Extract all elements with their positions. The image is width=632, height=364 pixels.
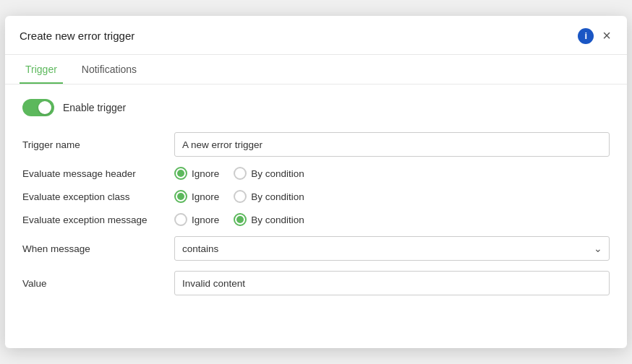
- dialog-title: Create new error trigger: [20, 30, 134, 42]
- evaluate-message-header-row: Evaluate message header Ignore By condit…: [22, 167, 610, 180]
- value-control: [174, 271, 610, 295]
- evaluate-message-header-control: Ignore By condition: [174, 167, 610, 180]
- evaluate-message-header-label: Evaluate message header: [22, 168, 174, 179]
- when-message-control: contains does not contain equals starts …: [174, 236, 610, 261]
- tab-notifications[interactable]: Notifications: [76, 55, 142, 84]
- value-label: Value: [22, 278, 174, 289]
- radio-bycondition-message[interactable]: By condition: [234, 213, 304, 226]
- when-message-select-wrapper: contains does not contain equals starts …: [174, 236, 610, 261]
- toggle-track: [22, 99, 54, 116]
- trigger-name-label: Trigger name: [22, 139, 174, 150]
- radio-bycondition-class-circle: [234, 190, 247, 203]
- tab-trigger[interactable]: Trigger: [20, 55, 63, 84]
- evaluate-exception-class-row: Evaluate exception class Ignore By condi…: [22, 190, 610, 203]
- radio-ignore-header[interactable]: Ignore: [174, 167, 219, 180]
- header-icons: i ×: [578, 26, 612, 46]
- evaluate-exception-class-label: Evaluate exception class: [22, 191, 174, 202]
- radio-ignore-class-circle: [174, 190, 187, 203]
- radio-bycondition-header[interactable]: By condition: [234, 167, 304, 180]
- radio-bycondition-message-circle: [234, 213, 247, 226]
- close-button[interactable]: ×: [601, 26, 612, 46]
- evaluate-exception-message-control: Ignore By condition: [174, 213, 610, 226]
- when-message-label: When message: [22, 243, 174, 254]
- evaluate-exception-message-row: Evaluate exception message Ignore By con…: [22, 213, 610, 226]
- radio-ignore-message-circle: [174, 213, 187, 226]
- toggle-thumb: [38, 101, 51, 114]
- radio-bycondition-class[interactable]: By condition: [234, 190, 304, 203]
- evaluate-exception-message-label: Evaluate exception message: [22, 214, 174, 225]
- close-icon: ×: [602, 27, 611, 44]
- radio-ignore-message[interactable]: Ignore: [174, 213, 219, 226]
- dialog-header: Create new error trigger i ×: [5, 16, 627, 55]
- radio-ignore-header-circle: [174, 167, 187, 180]
- enable-trigger-row: Enable trigger: [22, 99, 610, 116]
- enable-trigger-label: Enable trigger: [63, 102, 126, 113]
- tabs-bar: Trigger Notifications: [5, 55, 627, 84]
- when-message-select[interactable]: contains does not contain equals starts …: [174, 236, 610, 261]
- evaluate-exception-class-control: Ignore By condition: [174, 190, 610, 203]
- radio-bycondition-header-circle: [234, 167, 247, 180]
- radio-ignore-class[interactable]: Ignore: [174, 190, 219, 203]
- trigger-name-control: [174, 132, 610, 157]
- info-button[interactable]: i: [578, 28, 594, 44]
- trigger-name-row: Trigger name: [22, 132, 610, 157]
- enable-trigger-toggle[interactable]: [22, 99, 54, 116]
- trigger-name-input[interactable]: [174, 132, 610, 157]
- value-input[interactable]: [174, 271, 610, 295]
- dialog-body: Enable trigger Trigger name Evaluate mes…: [5, 84, 627, 348]
- info-icon: i: [585, 30, 588, 41]
- value-row: Value: [22, 271, 610, 295]
- when-message-row: When message contains does not contain e…: [22, 236, 610, 261]
- create-trigger-dialog: Create new error trigger i × Trigger Not…: [5, 16, 627, 348]
